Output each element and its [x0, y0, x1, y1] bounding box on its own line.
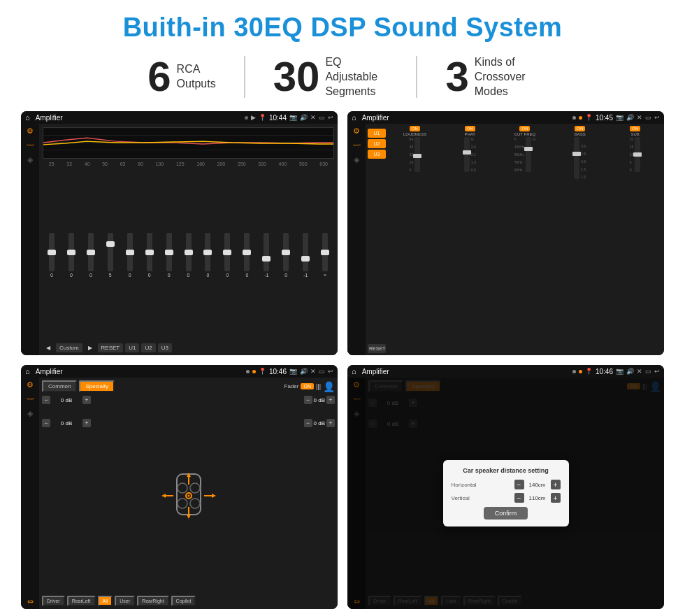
eq-thumb-9	[203, 250, 212, 255]
db-plus-1[interactable]: +	[82, 396, 91, 404]
eq-thumb-5	[126, 250, 134, 255]
screen3-eq-icon[interactable]: ⚙	[27, 380, 34, 389]
db-minus-2[interactable]: −	[42, 419, 50, 427]
horizontal-plus[interactable]: +	[551, 480, 561, 489]
eq-thumb-8	[185, 250, 193, 255]
svg-marker-13	[187, 515, 191, 519]
all-btn[interactable]: All	[98, 596, 113, 606]
custom-btn[interactable]: Custom	[56, 343, 82, 352]
sub-on[interactable]: ON	[630, 126, 640, 131]
preset-u1[interactable]: U1	[368, 129, 386, 138]
tab-specialty[interactable]: Specialty	[79, 380, 114, 392]
u3-btn[interactable]: U3	[158, 343, 172, 352]
screen2-eq-icon[interactable]: ⚙	[353, 127, 360, 136]
eq-icon[interactable]: ⚙	[27, 127, 34, 136]
eq-track-7[interactable]	[166, 233, 172, 271]
db-minus-1[interactable]: −	[42, 396, 50, 404]
bass-track[interactable]	[574, 137, 579, 179]
screen2-back[interactable]: ↩	[654, 114, 660, 121]
screen3-dot2	[252, 370, 256, 373]
eq-track-13[interactable]	[283, 233, 289, 271]
cutfreq-track[interactable]	[526, 137, 531, 172]
eq-track-8[interactable]	[186, 233, 192, 271]
eq-prev-btn[interactable]: ◀	[43, 343, 54, 352]
amp-reset[interactable]: RESET	[368, 344, 386, 353]
back-icon[interactable]: ↩	[328, 114, 333, 121]
u1-btn[interactable]: U1	[125, 343, 139, 352]
eq-track-15[interactable]	[322, 233, 328, 271]
screen3-home[interactable]: ⌂	[25, 367, 30, 375]
screen4-back[interactable]: ↩	[654, 368, 660, 375]
user-btn[interactable]: User	[115, 596, 135, 606]
eq-track-14[interactable]	[303, 233, 308, 271]
eq-track-12[interactable]	[264, 233, 269, 271]
fader-label: Fader	[284, 383, 299, 389]
eq-track-4[interactable]	[108, 233, 113, 271]
vol-ctrl-icon[interactable]: ◈	[27, 155, 33, 164]
db-plus-4[interactable]: +	[326, 419, 335, 427]
spec-main: Common Specialty Fader ON ||| 👤	[39, 378, 338, 609]
tab-common[interactable]: Common	[42, 380, 77, 392]
screen-amp: ⌂ Amplifier 📍 10:45 📷 🔊 ✕ ▭ ↩ ⚙ 〰 ◈	[347, 111, 664, 355]
db-minus-3[interactable]: −	[304, 396, 312, 404]
eq-track-3[interactable]	[88, 233, 94, 271]
eq-track-9[interactable]	[205, 233, 210, 271]
status-dot1	[245, 116, 248, 120]
rear-left-btn[interactable]: RearLeft	[67, 596, 96, 606]
preset-u3[interactable]: U3	[368, 150, 386, 159]
phat-label: PHAT	[464, 132, 475, 136]
cutfreq-on[interactable]: ON	[519, 126, 530, 131]
db-val-1: 0 dB	[52, 397, 81, 403]
channel-phat: ON PHAT G 3.0 2.1 1.3	[443, 126, 497, 353]
camera-icon: 📷	[289, 114, 297, 121]
db-plus-2[interactable]: +	[82, 419, 91, 427]
bass-nums: 3.0 2.5 2.0 1.5 1.0	[581, 144, 586, 179]
vertical-minus[interactable]: −	[514, 493, 524, 503]
db-plus-3[interactable]: +	[326, 396, 335, 404]
loudness-track[interactable]	[414, 137, 420, 172]
screen2-home[interactable]: ⌂	[352, 113, 356, 122]
db-minus-4[interactable]: −	[304, 419, 312, 427]
vertical-plus[interactable]: +	[551, 493, 561, 503]
screen3-content: ⚙ 〰 ◈ ⇔ Common Specialty Fader ON	[21, 378, 338, 609]
screen2-wave-icon[interactable]: 〰	[353, 141, 361, 150]
settings-icon[interactable]: 👤	[323, 381, 335, 392]
confirm-button[interactable]: Confirm	[484, 507, 528, 520]
screen3-spread-icon[interactable]: ⇔	[27, 597, 34, 606]
reset-btn[interactable]: RESET	[98, 343, 124, 352]
copilot-btn[interactable]: Copilot	[171, 596, 196, 606]
screen4-home[interactable]: ⌂	[352, 367, 356, 375]
screen3-wave-icon[interactable]: 〰	[27, 395, 34, 403]
screen-dialog: ⌂ Amplifier 📍 10:46 📷 🔊 ✕ ▭ ↩ ⚙ 〰 ◈ ⇔	[347, 365, 664, 609]
channel-sub: ON SUB 20 15 10 5 0	[608, 126, 662, 353]
rear-right-btn[interactable]: RearRight	[137, 596, 169, 606]
eq-track-10[interactable]	[224, 233, 230, 271]
sub-track[interactable]	[635, 137, 640, 172]
phat-nums: G 3.0 2.1 1.3 0.5	[471, 137, 476, 172]
eq-next-btn[interactable]: ▶	[85, 343, 96, 352]
screen4-x: ✕	[637, 368, 642, 375]
eq-track-1[interactable]	[49, 233, 55, 271]
preset-u2[interactable]: U2	[368, 139, 386, 148]
screen3-back[interactable]: ↩	[328, 368, 333, 375]
eq-slider-5: 0	[121, 233, 139, 278]
screen3-vol-ctrl[interactable]: ◈	[27, 409, 33, 418]
fader-on-badge[interactable]: ON	[301, 383, 314, 389]
eq-track-2[interactable]	[68, 233, 74, 271]
horizontal-minus[interactable]: −	[514, 480, 524, 489]
wave-icon[interactable]: 〰	[27, 141, 34, 150]
eq-track-6[interactable]	[147, 233, 152, 271]
loudness-on[interactable]: ON	[410, 126, 420, 131]
eq-thumb-14	[301, 256, 310, 262]
bass-on[interactable]: ON	[575, 126, 585, 131]
screen4-time: 10:46	[596, 368, 613, 375]
phat-track[interactable]	[464, 137, 470, 172]
screen2-vol-ctrl[interactable]: ◈	[354, 155, 359, 164]
screen4-pin: 📍	[585, 368, 593, 375]
eq-track-5[interactable]	[127, 233, 133, 271]
home-icon[interactable]: ⌂	[25, 113, 30, 122]
eq-track-11[interactable]	[244, 233, 250, 271]
phat-on[interactable]: ON	[465, 126, 475, 131]
driver-btn[interactable]: Driver	[42, 596, 65, 606]
u2-btn[interactable]: U2	[141, 343, 155, 352]
